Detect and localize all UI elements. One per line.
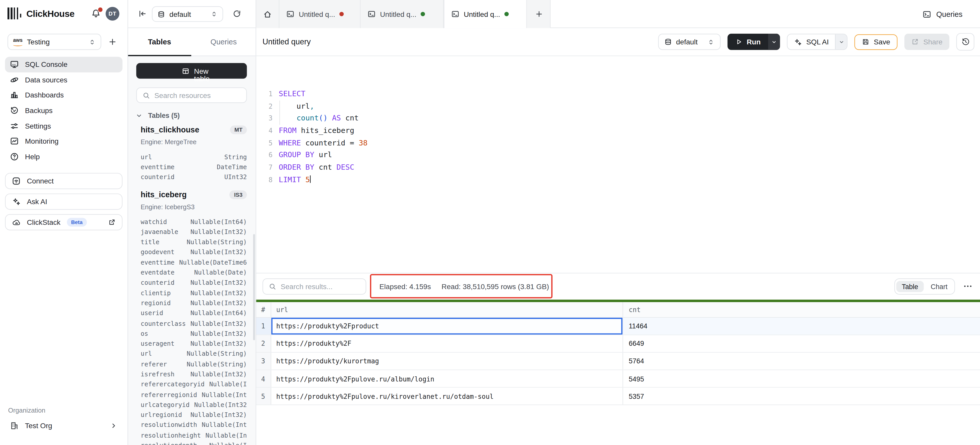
chevron-down-icon [838,39,844,45]
sidebar-item-dashboards[interactable]: Dashboards [5,87,123,103]
search-resources-field [136,87,247,103]
organization-selector[interactable]: Test Org [5,418,123,434]
column-list: urlStringeventtimeDateTimecounteridUInt3… [140,152,247,182]
view-toggle-table[interactable]: Table [896,281,924,292]
row-number[interactable]: 1 [256,317,271,334]
tab-untitled-query-2[interactable]: Untitled q... [361,0,444,28]
table-grid-icon [181,67,189,74]
resources-panel: TablesQueries New table Tables (5) hits_… [127,28,256,445]
row-number[interactable]: 4 [256,370,271,387]
tab-untitled-query-1[interactable]: Untitled q... [280,0,361,28]
table-row[interactable]: 4https://produkty%2Fpulove.ru/album/logi… [256,370,980,388]
table-row[interactable]: 3https://produkty/kurortmag5764 [256,353,980,370]
sidebar-item-monitoring[interactable]: Monitoring [5,133,123,149]
clickhouse-logo[interactable]: ClickHouse [7,7,74,19]
workspace-selector[interactable]: aws Testing [7,34,101,50]
refresh-icon[interactable] [232,10,241,18]
table-row[interactable]: 5https://produkty%2Fpulove.ru/kiroverlan… [256,388,980,405]
column-type: Nullable(Int32 [194,401,247,408]
sql-token: cnt [314,163,336,172]
column-name: watchid [140,218,167,225]
sidebar-box-connect[interactable]: Connect [5,173,123,189]
query-title[interactable]: Untitled query [262,38,311,46]
database-selector[interactable]: default [152,6,223,22]
cell-cnt[interactable]: 5495 [623,370,980,387]
sql-token: url [279,101,310,110]
collapse-sidebar-icon[interactable] [138,10,147,18]
backups-icon [10,106,19,115]
column-type: Nullable(Int64) [190,218,247,225]
query-stats-annotation-box: Elapsed: 4.159s Read: 38,510,595 rows (3… [370,274,552,298]
row-number[interactable]: 3 [256,353,271,370]
sql-ai-button[interactable]: SQL AI [788,38,835,46]
database-selector[interactable]: default [658,34,721,50]
tab-label: Untitled q... [299,10,335,17]
resources-tab-tables[interactable]: Tables [127,28,192,55]
home-tab[interactable] [256,0,280,28]
text-cursor [310,176,311,183]
column-type: DateTime [216,163,247,171]
save-button[interactable]: Save [854,34,897,49]
query-history-button[interactable] [956,33,974,51]
table-entry[interactable]: hits_clickhouseMT [140,125,247,135]
cell-url[interactable]: https://produkty/kurortmag [271,353,623,370]
queries-button[interactable]: Queries [916,6,969,22]
elapsed-stat: Elapsed: 4.159s [379,282,431,290]
sql-token: hits_iceberg [297,126,354,135]
column-type: Nullable(Int32) [190,228,247,235]
sql-token: , [310,101,314,110]
run-options-button[interactable] [768,34,780,50]
engine-badge: IS3 [230,190,247,199]
search-results-input[interactable] [280,283,360,290]
sql-ai-options-button[interactable] [835,35,847,49]
search-resources-input[interactable] [154,91,241,99]
sidebar-item-sql-console[interactable]: SQL Console [5,57,123,72]
beta-badge: Beta [67,218,87,226]
cell-url[interactable]: https://produkty%2F [271,335,623,352]
schema-column: useragentNullable(Int32) [140,339,247,349]
sql-editor[interactable]: SELECT url, count() AS cntFROM hits_iceb… [279,88,368,186]
column-name: refererregionid [140,391,197,398]
tab-status-dot-red [339,12,344,16]
cell-cnt[interactable]: 5357 [623,388,980,405]
row-number[interactable]: 5 [256,388,271,405]
scrollbar-thumb[interactable] [253,234,255,340]
new-table-button[interactable]: New table [136,63,247,79]
sidebar: aws Testing SQL ConsoleData sourcesDashb… [0,28,127,445]
chevron-updown-icon [89,38,95,45]
sidebar-box-clickstack[interactable]: ClickStackBeta [5,214,123,230]
column-name: resolutionwidth [140,421,197,428]
cell-url[interactable]: https://produkty%2Fproduct [271,317,623,334]
cell-url[interactable]: https://produkty%2Fpulove.ru/album/login [271,370,623,387]
row-number[interactable]: 2 [256,335,271,352]
search-icon [269,283,276,290]
terminal-icon [923,10,931,18]
add-workspace-button[interactable] [108,38,117,46]
schema-column: urlString [140,152,247,162]
column-type: Nullable(I [209,381,247,388]
view-toggle-chart[interactable]: Chart [925,281,953,292]
tables-section-header[interactable]: Tables (5) [136,112,180,119]
table-entry[interactable]: hits_icebergIS3 [140,190,247,200]
sql-token: WHERE [279,138,301,147]
sidebar-item-backups[interactable]: Backups [5,103,123,118]
sidebar-item-settings[interactable]: Settings [5,118,123,133]
table-row[interactable]: 1https://produkty%2Fproduct11464 [256,317,980,335]
resources-tab-queries[interactable]: Queries [192,28,256,55]
chevron-updown-icon [707,38,714,45]
sidebar-item-data-sources[interactable]: Data sources [5,72,123,87]
table-row[interactable]: 2https://produkty%2F6649 [256,335,980,353]
search-results-field [262,279,366,295]
cell-cnt[interactable]: 6649 [623,335,980,352]
cell-cnt[interactable]: 5764 [623,353,980,370]
avatar[interactable]: DT [105,7,119,21]
building-icon [10,421,19,430]
cell-cnt[interactable]: 11464 [623,317,980,334]
new-tab-button[interactable] [527,0,550,28]
sidebar-item-help[interactable]: Help [5,149,123,164]
run-button[interactable]: Run [727,34,768,50]
more-options-icon[interactable] [963,282,973,291]
cell-url[interactable]: https://produkty%2Fpulove.ru/kiroverlane… [271,388,623,405]
sidebar-box-ask-ai[interactable]: Ask AI [5,193,123,210]
tab-untitled-query-3[interactable]: Untitled q... [444,0,527,28]
